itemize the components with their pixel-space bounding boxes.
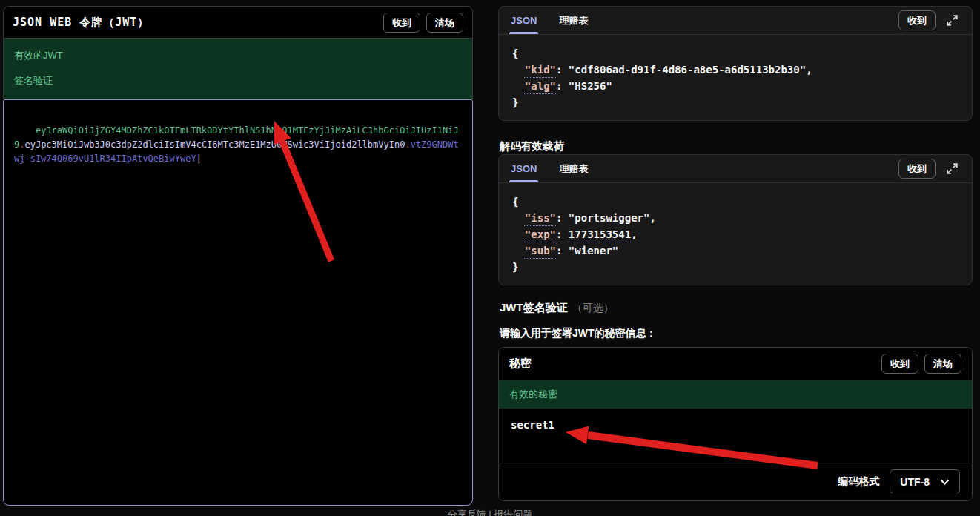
json-comma: , — [649, 212, 655, 224]
clear-button[interactable]: 清场 — [924, 354, 961, 374]
json-value: "HS256" — [569, 80, 612, 92]
encoding-format-select[interactable]: UTF-8 — [890, 469, 960, 494]
json-line: { — [512, 194, 959, 210]
received-button[interactable]: 收到 — [383, 13, 420, 33]
json-key: "iss" — [525, 212, 556, 224]
secret-prompt: 请输入用于签署JWT的秘密信息： — [500, 327, 657, 340]
json-comma: , — [806, 64, 812, 76]
json-line: "exp": 1773153541, — [512, 226, 959, 242]
json-line: "kid": "cdf806ad-d91f-4d86-a8e5-a6d5113b… — [512, 62, 959, 78]
json-open-brace: { — [512, 196, 518, 208]
json-line: } — [512, 94, 959, 110]
json-value: "portswigger" — [569, 212, 650, 224]
decoded-header-tabbar: JSON理赔表 收到 — [499, 7, 972, 35]
secret-valid-banner: 有效的秘密 — [499, 380, 972, 408]
secret-panel-title: 秘密 — [509, 357, 532, 371]
received-button[interactable]: 收到 — [881, 354, 918, 374]
token-separator: . — [405, 139, 410, 150]
expand-icon[interactable] — [944, 161, 960, 176]
json-colon: : — [556, 228, 569, 240]
panel-actions: 收到 — [898, 10, 960, 30]
tab-json[interactable]: JSON — [511, 155, 537, 182]
tab-list: JSON理赔表 — [511, 155, 898, 182]
json-colon: : — [556, 64, 569, 76]
tab-理赔表[interactable]: 理赔表 — [559, 155, 588, 182]
json-line: "sub": "wiener" — [512, 242, 959, 259]
json-value: 1773153541 — [569, 228, 631, 240]
json-colon: : — [556, 212, 569, 224]
payload-json-code: {"iss": "portswigger","exp": 1773153541,… — [499, 183, 972, 285]
decoded-payload-panel: JSON理赔表 收到 {"iss": "portswigger","exp": … — [498, 154, 973, 285]
json-key: "sub" — [525, 245, 556, 257]
clear-button[interactable]: 清场 — [426, 13, 463, 33]
secret-value: secret1 — [511, 419, 554, 431]
signature-section-heading: JWT签名验证（可选） — [500, 301, 614, 315]
secret-panel-buttons: 收到 清场 — [881, 354, 961, 374]
tab-理赔表[interactable]: 理赔表 — [559, 7, 588, 34]
json-line: "alg": "HS256" — [512, 78, 959, 94]
header-json-code: {"kid": "cdf806ad-d91f-4d86-a8e5-a6d5113… — [499, 35, 972, 121]
jwt-token-input[interactable]: eyJraWQiOiJjZGY4MDZhZC1kOTFmLTRkODYtYThl… — [3, 99, 473, 506]
json-value: "wiener" — [569, 245, 618, 257]
decoded-payload-tabbar: JSON理赔表 收到 — [499, 155, 972, 183]
expand-icon[interactable] — [944, 13, 960, 28]
secret-panel-footer: 编码格式 UTF-8 — [499, 463, 972, 500]
jwt-valid-status: 有效的JWT — [14, 49, 462, 62]
received-button[interactable]: 收到 — [898, 10, 936, 30]
text-caret: | — [196, 153, 202, 164]
token-payload-segment: eyJpc3MiOiJwb3J0c3dpZ2dlciIsImV4cCI6MTc3… — [24, 139, 405, 150]
json-comma: , — [631, 228, 637, 240]
encoding-format-value: UTF-8 — [900, 476, 930, 488]
json-value: "cdf806ad-d91f-4d86-a8e5-a6d5113b2b30" — [569, 64, 806, 76]
jwt-token-panel: JSON WEB 令牌（JWT） 收到 清场 有效的JWT 签名验证 eyJra… — [3, 6, 473, 506]
decoded-header-panel: JSON理赔表 收到 {"kid": "cdf806ad-d91f-4d86-a… — [498, 6, 973, 121]
json-line: { — [512, 45, 959, 62]
json-colon: : — [556, 80, 569, 92]
json-key: "kid" — [525, 64, 556, 76]
json-line: "iss": "portswigger", — [512, 210, 959, 226]
json-colon: : — [556, 245, 569, 257]
signature-optional-text: （可选） — [572, 302, 614, 314]
secret-input[interactable]: secret1 — [499, 408, 972, 463]
jwt-panel-header: JSON WEB 令牌（JWT） 收到 清场 — [3, 6, 473, 39]
jwt-signature-status: 签名验证 — [14, 74, 462, 87]
signature-heading-text: JWT签名验证 — [500, 301, 568, 314]
json-close-brace: } — [512, 96, 518, 108]
json-close-brace: } — [512, 261, 518, 273]
secret-panel: 秘密 收到 清场 有效的秘密 secret1 编码格式 UTF-8 — [498, 347, 973, 501]
tab-json[interactable]: JSON — [511, 7, 537, 34]
received-button[interactable]: 收到 — [898, 159, 936, 179]
json-key: "alg" — [525, 80, 556, 92]
panel-actions: 收到 — [898, 159, 960, 179]
decoded-payload-label: 解码有效载荷 — [500, 139, 564, 153]
tab-list: JSON理赔表 — [511, 7, 898, 34]
encoding-format-label: 编码格式 — [838, 475, 879, 489]
secret-panel-header: 秘密 收到 清场 — [499, 348, 972, 380]
json-line: } — [512, 259, 959, 275]
json-key: "exp" — [525, 228, 556, 240]
json-open-brace: { — [512, 47, 518, 59]
panel-title: JSON WEB 令牌（JWT） — [13, 16, 149, 30]
chevron-down-icon — [940, 479, 950, 486]
jwt-panel-buttons: 收到 清场 — [383, 13, 463, 33]
footer-links[interactable]: 分享反馈 | 报告问题 — [448, 508, 533, 516]
jwt-status-banner: 有效的JWT 签名验证 — [3, 39, 473, 99]
